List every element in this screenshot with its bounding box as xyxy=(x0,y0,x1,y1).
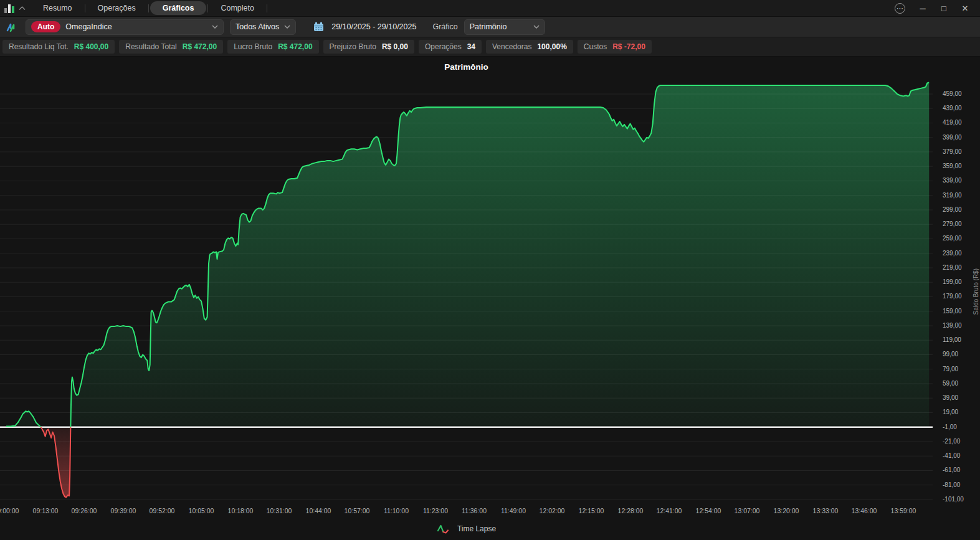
stat-value: 100,00% xyxy=(537,42,566,51)
stat-chip: Vencedoras100,00% xyxy=(486,40,573,54)
y-tick-label: 119,00 xyxy=(943,336,977,343)
x-tick-label: 09:52:00 xyxy=(150,507,175,514)
y-tick-label: 139,00 xyxy=(943,322,977,329)
tab-separator xyxy=(207,4,208,12)
calendar-icon xyxy=(313,22,324,32)
stat-label: Prejuizo Bruto xyxy=(330,42,376,51)
x-tick-label: 12:15:00 xyxy=(579,507,604,514)
y-tick-label: 339,00 xyxy=(943,177,977,184)
stats-bar: Resultado Liq Tot.R$ 400,00Resultado Tot… xyxy=(0,37,980,57)
tab-resumo[interactable]: Resumo xyxy=(32,2,83,14)
x-tick-label: 13:07:00 xyxy=(735,507,760,514)
app-logo-icon xyxy=(4,3,16,13)
x-tick-label: 13:59:00 xyxy=(891,507,916,514)
tab-separator xyxy=(85,4,85,12)
y-tick-label: 219,00 xyxy=(943,264,977,271)
y-tick-label: -41,00 xyxy=(943,452,977,459)
chart-plot[interactable] xyxy=(0,73,933,503)
y-tick-label: 79,00 xyxy=(943,366,977,372)
close-button[interactable]: ✕ xyxy=(956,1,974,15)
stat-label: Vencedoras xyxy=(492,42,531,51)
x-tick-label: 09:39:00 xyxy=(111,507,136,514)
stat-label: Lucro Bruto xyxy=(234,42,272,51)
toolbar: Auto OmegaIndice Todos Ativos 29/10/2025… xyxy=(0,17,980,37)
legend-timelapse[interactable]: Time Lapse xyxy=(0,524,933,534)
stat-value: 34 xyxy=(467,42,475,51)
y-tick-label: -21,00 xyxy=(943,438,977,445)
more-options-button[interactable]: ⋯ xyxy=(895,3,905,14)
x-tick-label: 12:54:00 xyxy=(696,507,721,514)
minimize-button[interactable]: ─ xyxy=(914,1,931,15)
x-tick-label: 10:57:00 xyxy=(345,507,370,514)
y-tick-label: 19,00 xyxy=(943,409,977,415)
chart-area: Patrimônio 459,00439,00419,00399,00379,0… xyxy=(0,57,980,540)
y-tick-label: 299,00 xyxy=(943,206,977,213)
y-tick-label: -1,00 xyxy=(943,424,977,430)
y-tick-label: 59,00 xyxy=(943,380,977,387)
stat-chip: Prejuizo BrutoR$ 0,00 xyxy=(323,40,414,54)
stat-chip: Resultado Liq Tot.R$ 400,00 xyxy=(2,40,115,54)
y-tick-label: 39,00 xyxy=(943,394,977,401)
x-tick-label: 09:13:00 xyxy=(33,507,59,514)
y-tick-label: 439,00 xyxy=(943,105,977,111)
stat-label: Custos xyxy=(584,42,607,51)
y-tick-label: 359,00 xyxy=(943,163,977,169)
tab-bar: ResumoOperaçõesGráficosCompleto xyxy=(32,0,269,16)
x-tick-label: 09:26:00 xyxy=(72,507,97,514)
x-tick-label: 10:31:00 xyxy=(267,507,292,514)
x-tick-label: 12:41:00 xyxy=(657,507,682,514)
y-tick-label: 459,00 xyxy=(943,90,977,97)
stat-value: R$ 0,00 xyxy=(382,42,408,51)
assets-select[interactable]: Todos Ativos xyxy=(230,19,296,35)
y-tick-label: 419,00 xyxy=(943,119,977,126)
maximize-button[interactable]: □ xyxy=(935,1,953,15)
date-range[interactable]: 29/10/2025 - 29/10/2025 xyxy=(331,22,416,31)
tab-separator xyxy=(148,4,149,12)
y-tick-label: -101,00 xyxy=(943,496,977,503)
calendar-button[interactable] xyxy=(312,21,325,33)
stat-chip: Operações34 xyxy=(419,40,482,54)
x-tick-label: 11:10:00 xyxy=(384,507,409,514)
x-tick-label: 13:33:00 xyxy=(813,507,839,514)
tab-operacoes[interactable]: Operações xyxy=(87,2,147,14)
tab-completo[interactable]: Completo xyxy=(209,2,265,14)
x-tick-label: 11:36:00 xyxy=(462,507,487,514)
chart-type-select[interactable]: Patrimônio xyxy=(464,19,545,35)
y-tick-label: -81,00 xyxy=(943,481,977,488)
chart-type-value: Patrimônio xyxy=(470,22,507,31)
collapse-chevron-icon[interactable] xyxy=(19,5,26,12)
stat-chip: Lucro BrutoR$ 472,00 xyxy=(227,40,318,54)
y-tick-label: 239,00 xyxy=(943,250,977,257)
x-tick-label: 10:18:00 xyxy=(228,507,254,514)
stat-value: R$ 472,00 xyxy=(183,42,217,51)
x-tick-label: 12:02:00 xyxy=(540,507,565,514)
stat-value: R$ 400,00 xyxy=(74,42,108,51)
title-bar: ResumoOperaçõesGráficosCompleto ⋯─□✕ xyxy=(0,0,980,17)
tab-graficos[interactable]: Gráficos xyxy=(150,1,207,15)
y-axis-title: Saldo Bruto (R$) xyxy=(973,268,979,315)
timelapse-line-icon xyxy=(437,524,452,534)
y-tick-label: 379,00 xyxy=(943,148,977,155)
stat-chip: CustosR$ -72,00 xyxy=(578,40,652,54)
x-tick-label: 10:05:00 xyxy=(189,507,214,514)
x-tick-label: 09:00:00 xyxy=(0,507,19,514)
chevron-down-icon xyxy=(284,25,290,29)
x-tick-label: 11:23:00 xyxy=(423,507,448,514)
assets-value: Todos Ativos xyxy=(235,22,279,31)
y-tick-label: 159,00 xyxy=(943,308,977,315)
tab-separator xyxy=(267,4,267,12)
x-tick-label: 13:46:00 xyxy=(852,507,877,514)
stat-label: Resultado Liq Tot. xyxy=(9,42,69,51)
stat-label: Operações xyxy=(425,42,462,51)
stat-chip: Resultado TotalR$ 472,00 xyxy=(119,40,223,54)
strategy-select[interactable]: Auto OmegaIndice xyxy=(26,19,224,35)
x-tick-label: 11:49:00 xyxy=(501,507,526,514)
pulse-icon xyxy=(5,21,19,34)
window-controls: ⋯─□✕ xyxy=(895,1,980,15)
chevron-down-icon xyxy=(212,25,218,29)
legend-label: Time Lapse xyxy=(457,524,496,533)
stat-label: Resultado Total xyxy=(125,42,177,51)
y-tick-label: 279,00 xyxy=(943,220,977,227)
y-tick-label: 319,00 xyxy=(943,192,977,199)
chart-select-label: Gráfico xyxy=(432,22,457,31)
